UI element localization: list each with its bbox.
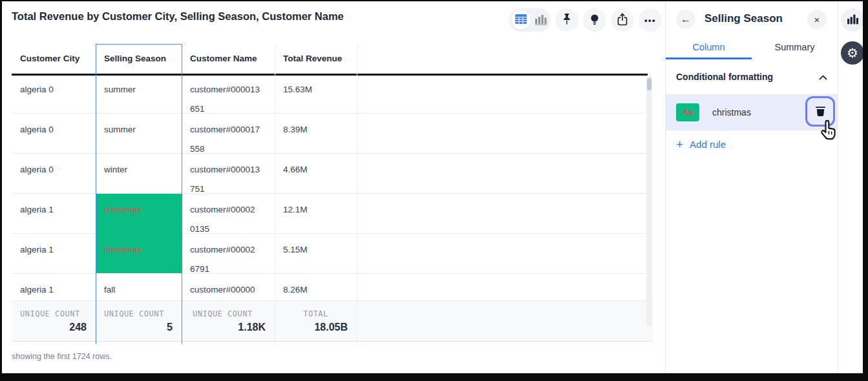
cell-selling-season[interactable]: winter	[96, 154, 182, 194]
tab-summary[interactable]: Summary	[752, 37, 838, 59]
column-settings-panel: ← Selling Season × Column Summary Condit…	[666, 1, 838, 373]
active-tab-underline	[666, 57, 752, 59]
cell-selling-season[interactable]: summer	[96, 74, 182, 114]
table-row: algeria 1 fall customer#00000 8.26M	[12, 274, 653, 300]
summary-cell-filler	[357, 301, 653, 341]
column-header-customer-name[interactable]: Customer Name	[182, 44, 275, 74]
bar-chart-icon	[535, 16, 547, 27]
more-options-button[interactable]: •••	[639, 8, 662, 32]
cell-customer-city[interactable]: algeria 1	[12, 194, 96, 234]
conditional-formatting-section-header[interactable]: Conditional formatting	[676, 71, 827, 83]
cell-customer-name[interactable]: customer#00002 6791	[182, 234, 275, 274]
add-rule-button[interactable]: + Add rule	[676, 138, 726, 150]
cell-customer-city[interactable]: algeria 0	[12, 114, 96, 154]
cell-selling-season[interactable]: summer	[96, 114, 182, 154]
app-window: Total Revenue by Customer City, Selling …	[2, 1, 863, 373]
share-icon	[617, 13, 628, 28]
cell-customer-name[interactable]: customer#00002 0135	[182, 194, 275, 234]
table-row: algeria 0 winter customer#000013 751 4.6…	[12, 154, 653, 194]
add-rule-label: Add rule	[690, 139, 726, 150]
cell-filler	[357, 234, 653, 274]
table-view-button[interactable]	[511, 10, 531, 30]
cell-selling-season-highlighted[interactable]: christmas	[96, 234, 182, 274]
column-divider	[275, 44, 275, 344]
table-row: algeria 0 summer customer#000017 558 8.3…	[12, 114, 653, 154]
screenshot-frame: Total Revenue by Customer City, Selling …	[0, 0, 868, 381]
plus-icon: +	[676, 138, 683, 150]
results-table: Customer City Selling Season Customer Na…	[12, 44, 653, 342]
column-header-filler	[357, 44, 653, 74]
back-button[interactable]: ←	[676, 10, 695, 29]
selected-column-left-border	[96, 44, 96, 344]
visualization-toggle	[509, 8, 551, 32]
chevron-up-icon	[819, 71, 827, 83]
table-scrollbar-thumb[interactable]	[647, 78, 651, 90]
insights-button[interactable]	[583, 8, 606, 32]
cursor-pointer-image	[817, 118, 840, 144]
summary-label: TOTAL	[275, 301, 357, 318]
cell-filler	[357, 74, 653, 114]
tab-column[interactable]: Column	[666, 37, 752, 59]
table-row: algeria 1 christmas customer#00002 0135 …	[12, 194, 653, 234]
toolbar: •••	[509, 8, 662, 32]
cell-total-revenue[interactable]: 5.15M	[275, 234, 357, 274]
table-row: algeria 0 summer customer#000013 651 15.…	[12, 74, 653, 114]
cell-customer-name[interactable]: customer#000013 751	[182, 154, 275, 194]
close-button[interactable]: ×	[807, 10, 827, 29]
row-count-note: showing the first 1724 rows.	[12, 352, 112, 361]
cell-customer-city[interactable]: algeria 1	[12, 274, 96, 300]
pin-button[interactable]	[555, 8, 578, 32]
cell-total-revenue[interactable]: 8.39M	[275, 114, 357, 154]
summary-label: UNIQUE COUNT	[12, 301, 96, 318]
cell-customer-city[interactable]: algeria 0	[12, 74, 96, 114]
table-summary-row: UNIQUE COUNT 248 UNIQUE COUNT 5 UNIQUE C…	[12, 300, 653, 342]
summary-label: UNIQUE COUNT	[182, 301, 275, 318]
column-divider	[357, 44, 357, 344]
column-header-customer-city[interactable]: Customer City	[12, 44, 96, 74]
cell-customer-name[interactable]: customer#000017 558	[182, 114, 275, 154]
cell-filler	[357, 274, 653, 300]
lightbulb-icon	[589, 14, 600, 27]
cell-filler	[357, 114, 653, 154]
cell-selling-season[interactable]: fall	[96, 274, 182, 300]
back-arrow-icon: ←	[681, 14, 691, 25]
cell-customer-name[interactable]: customer#000013 651	[182, 74, 275, 114]
summary-label: UNIQUE COUNT	[96, 301, 182, 318]
pin-icon	[562, 14, 572, 27]
cell-selling-season-highlighted[interactable]: christmas	[96, 194, 182, 234]
formatting-rule-row[interactable]: Aa christmas	[666, 94, 838, 130]
ellipsis-icon: •••	[644, 16, 656, 25]
table-icon	[515, 14, 527, 26]
cell-customer-city[interactable]: algeria 1	[12, 234, 96, 274]
page-title: Total Revenue by Customer City, Selling …	[12, 10, 344, 23]
chart-view-button[interactable]	[535, 14, 547, 28]
cell-total-revenue[interactable]: 12.1M	[275, 194, 357, 234]
selected-column-top-border	[96, 44, 182, 45]
summary-value: 248	[12, 318, 96, 333]
share-button[interactable]	[611, 8, 634, 32]
cell-customer-name[interactable]: customer#00000	[182, 274, 275, 300]
selected-column-right-border	[182, 44, 182, 344]
cell-filler	[357, 194, 653, 234]
summary-cell: UNIQUE COUNT 5	[96, 301, 182, 341]
cell-customer-city[interactable]: algeria 0	[12, 154, 96, 194]
cell-total-revenue[interactable]: 4.66M	[275, 154, 357, 194]
cell-total-revenue[interactable]: 15.63M	[275, 74, 357, 114]
summary-cell: TOTAL 18.05B	[275, 301, 357, 341]
header-divider	[12, 74, 648, 76]
cell-total-revenue[interactable]: 8.26M	[275, 274, 357, 300]
column-header-total-revenue[interactable]: Total Revenue	[275, 44, 357, 74]
summary-cell: UNIQUE COUNT 248	[12, 301, 96, 341]
rule-color-swatch: Aa	[676, 103, 699, 121]
rail-chart-button[interactable]	[841, 8, 863, 32]
rail-settings-button[interactable]: ⚙	[841, 41, 863, 65]
close-icon: ×	[814, 14, 820, 25]
table-header-row: Customer City Selling Season Customer Na…	[12, 44, 653, 74]
rule-label: christmas	[712, 94, 751, 130]
column-header-selling-season[interactable]: Selling Season	[96, 44, 182, 74]
table-row: algeria 1 christmas customer#00002 6791 …	[12, 234, 653, 274]
table-scrollbar-track[interactable]	[646, 76, 652, 326]
summary-value: 1.18K	[182, 318, 275, 333]
summary-value: 5	[96, 318, 182, 333]
trash-icon	[816, 105, 825, 118]
